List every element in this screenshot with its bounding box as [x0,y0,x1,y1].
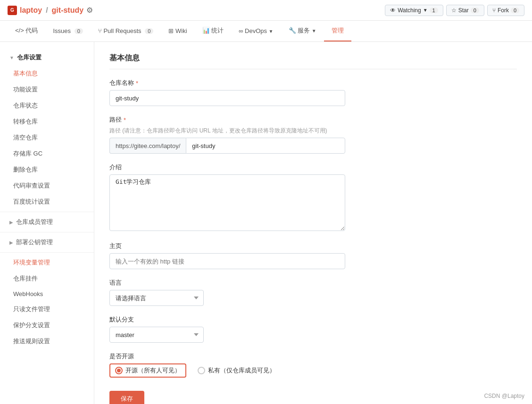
watching-label: Watching [398,7,421,14]
tab-pulls-badge: 0 [145,28,153,34]
tab-manage[interactable]: 管理 [324,21,351,41]
sidebar-divider-3 [0,252,94,253]
radio-private-option[interactable]: 私有（仅仓库成员可见） [198,366,275,375]
homepage-label: 主页 [109,242,517,250]
star-icon: ☆ [451,7,457,14]
sidebar-item-push-rule[interactable]: 推送规则设置 [0,333,94,349]
top-header: G laptoy / git-study ⚙ 👁 Watching ▼ 1 ☆ … [0,0,532,21]
sidebar-item-env[interactable]: 环境变量管理 [0,255,94,271]
repo-title: laptoy / git-study [20,6,83,15]
tab-manage-label: 管理 [332,27,344,34]
fork-button[interactable]: ⑂ Fork 0 [487,5,524,16]
radio-open-wrapper[interactable]: 开源（所有人可见） [109,363,186,378]
path-prefix: https://gitee.com/laptoy/ [109,138,186,154]
branch-select[interactable]: master main develop [109,327,204,343]
stats-icon: 📊 [202,27,212,34]
radio-private-circle [198,367,205,374]
sidebar: ▼ 仓库设置 基本信息 功能设置 仓库状态 转移仓库 清空仓库 存储库 GC 删… [0,42,94,404]
tab-code[interactable]: </> 代码 [8,21,45,41]
section-arrow-icon: ▼ [9,55,14,60]
fork-icon: ⑂ [492,7,496,14]
sidebar-item-storage-gc[interactable]: 存储库 GC [0,146,94,162]
tab-pulls-label: Pull Requests [103,27,141,34]
repo-name-input[interactable] [109,90,345,106]
gitee-icon: G [8,6,17,15]
star-label: Star [458,7,469,14]
form-section-title: 基本信息 [109,53,517,69]
readonly-section-label: 只读文件管理 [13,305,50,313]
footer-watermark: CSDN @Laptoy [484,393,524,399]
homepage-input[interactable] [109,253,345,269]
sidebar-item-baidu-stats[interactable]: 百度统计设置 [0,194,94,210]
tab-stats[interactable]: 📊 统计 [195,21,232,41]
opensource-label: 是否开源 [109,352,517,361]
form-group-repo-name: 仓库名称 * [109,79,517,106]
sidebar-item-feature-settings[interactable]: 功能设置 [0,82,94,98]
branch-label: 默认分支 [109,315,517,324]
sidebar-item-member-section[interactable]: ▶ 仓库成员管理 [0,214,94,230]
key-section-label: 部署公钥管理 [16,238,53,247]
sidebar-item-webhooks[interactable]: WebHooks [0,287,94,301]
fork-label: Fork [498,7,509,14]
settings-icon[interactable]: ⚙ [86,6,93,15]
plugin-section-label: 仓库挂件 [13,275,38,282]
save-button[interactable]: 保存 [109,391,144,404]
tab-issues-label: Issues [53,27,71,34]
watching-dropdown-icon: ▼ [423,8,428,13]
webhooks-section-label: WebHooks [13,290,43,297]
sidebar-divider-2 [0,232,94,232]
watching-button[interactable]: 👁 Watching ▼ 1 [385,5,443,16]
sidebar-item-repo-status[interactable]: 仓库状态 [0,98,94,114]
path-input[interactable] [186,138,345,154]
sidebar-item-review-label: 代码审查设置 [13,182,50,189]
sidebar-item-migrate[interactable]: 转移仓库 [0,114,94,130]
sidebar-item-code-review[interactable]: 代码审查设置 [0,178,94,194]
tab-pulls[interactable]: ⑂ Pull Requests 0 [91,22,161,41]
sidebar-item-protect-branch[interactable]: 保护分支设置 [0,317,94,333]
form-group-branch: 默认分支 master main develop [109,315,517,343]
star-count: 0 [471,8,479,13]
key-arrow-icon: ▶ [9,240,13,245]
intro-textarea[interactable]: Git学习仓库 [109,174,345,231]
tab-wiki[interactable]: ⊞ Wiki [161,22,194,41]
form-group-homepage: 主页 [109,242,517,269]
member-arrow-icon: ▶ [9,220,13,225]
sidebar-item-basic-info[interactable]: 基本信息 [0,66,94,82]
sidebar-item-clear[interactable]: 清空仓库 [0,130,94,146]
sidebar-item-gc-label: 存储库 GC [13,150,42,157]
repo-actions: 👁 Watching ▼ 1 ☆ Star 0 ⑂ Fork 0 [385,5,524,16]
repo-owner-link[interactable]: laptoy [20,6,42,15]
tab-issues[interactable]: Issues 0 [45,22,90,41]
sidebar-item-baidu-label: 百度统计设置 [13,198,50,205]
repo-name-required: * [136,80,138,87]
devops-dropdown-icon: ▼ [269,29,274,34]
path-hint: 路径 (请注意：仓库路径即仓库访问 URL 地址，更改仓库路径将导致原克隆地址不… [109,127,517,135]
radio-open-circle [115,367,123,374]
language-select[interactable]: 请选择语言 Java JavaScript Python C++ Go [109,290,204,306]
star-button[interactable]: ☆ Star 0 [446,5,484,16]
repo-name-link[interactable]: git-study [52,6,84,15]
sidebar-divider-1 [0,212,94,212]
sidebar-item-delete[interactable]: 删除仓库 [0,162,94,178]
repo-sep: / [46,6,48,15]
push-rule-section-label: 推送规则设置 [13,338,50,345]
sidebar-item-key-section[interactable]: ▶ 部署公钥管理 [0,234,94,250]
sidebar-section-title-label: 仓库设置 [17,53,42,62]
main-content: 基本信息 仓库名称 * 路径 * 路径 (请注意：仓库路径即仓库访问 URL 地… [94,42,532,404]
path-label: 路径 * [109,115,517,124]
sidebar-item-plugin[interactable]: 仓库挂件 [0,271,94,287]
env-section-label: 环境变量管理 [13,259,50,266]
tab-devops[interactable]: ∞ DevOps ▼ [231,22,281,41]
sidebar-item-status-label: 仓库状态 [13,102,38,109]
radio-private-label: 私有（仅仓库成员可见） [208,366,275,375]
path-required: * [124,116,126,124]
repo-name-label-text: 仓库名称 [109,79,134,87]
code-icon: </> [15,27,25,34]
sidebar-item-readonly[interactable]: 只读文件管理 [0,301,94,317]
tab-services[interactable]: 🔧 服务 ▼ [281,21,324,41]
tab-services-label: 🔧 服务 [289,27,310,34]
form-group-opensource: 是否开源 开源（所有人可见） 私有（仅仓库成员可见） [109,352,517,378]
path-row: https://gitee.com/laptoy/ [109,138,345,154]
watching-count: 1 [430,8,438,13]
protect-section-label: 保护分支设置 [13,322,50,329]
